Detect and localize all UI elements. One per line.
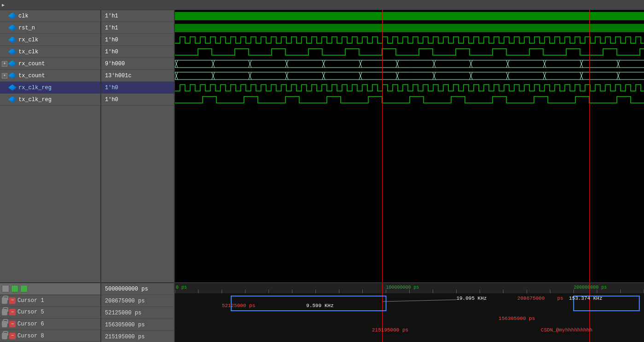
bottom-canvas <box>175 283 644 342</box>
remove-cursor-0[interactable]: − <box>9 297 16 304</box>
signal-name-rx_count: rx_count <box>18 61 60 67</box>
now-value-row: 5000000000 ps <box>101 283 174 295</box>
signal-icon-rst_n <box>8 25 17 31</box>
remove-cursor-1[interactable]: − <box>9 309 16 315</box>
cursor-row-3: −Cursor 8 <box>0 330 100 342</box>
signal-icon-tx_clk <box>8 49 17 55</box>
top-bar: ▶ <box>0 0 644 10</box>
cursor-row-2: −Cursor 6 <box>0 319 100 331</box>
value-row-tx_clk: 1'h0 <box>101 46 174 58</box>
signal-row-tx_clk[interactable]: tx_clk <box>0 46 100 58</box>
lock-icon-0 <box>2 297 7 304</box>
cursor-label-3: Cursor 8 <box>17 333 44 339</box>
nav-arrow: ▶ <box>2 2 5 8</box>
signal-row-rx_count[interactable]: +rx_count <box>0 58 100 70</box>
signal-name-tx_clk: tx_clk <box>18 49 60 55</box>
signal-icon-rx_count <box>8 61 17 67</box>
value-row-rst_n: 1'h1 <box>101 22 174 34</box>
cursor-value-0: 208675000 ps <box>101 295 174 307</box>
value-row-clk: 1'h1 <box>101 10 174 22</box>
signal-icon-rx_clk_reg <box>8 85 17 91</box>
lock-icon-1 <box>2 309 7 315</box>
signal-name-tx_count: tx_count <box>18 73 60 79</box>
cursor-row-0: −Cursor 1 <box>0 295 100 307</box>
cursor-value-panel: 5000000000 ps208675000 ps52125000 ps1563… <box>101 283 175 342</box>
expand-icon-tx_count[interactable]: + <box>2 73 7 79</box>
cursor-label-2: Cursor 6 <box>17 321 44 327</box>
cursor-value-1: 52125000 ps <box>101 307 174 319</box>
cursor-label-1: Cursor 5 <box>17 309 44 315</box>
signal-icon-rx_clk <box>8 37 17 43</box>
value-row-rx_count: 9'h000 <box>101 58 174 70</box>
status-bar <box>0 283 100 295</box>
remove-cursor-2[interactable]: − <box>9 321 16 327</box>
expand-icon-rx_count[interactable]: + <box>2 61 7 67</box>
cursor-label-0: Cursor 1 <box>17 297 44 304</box>
value-row-rx_clk_reg: 1'h0 <box>101 82 174 94</box>
signal-icon-clk <box>8 13 17 19</box>
lock-icon-3 <box>2 333 7 339</box>
signal-row-tx_clk_reg[interactable]: tx_clk_reg <box>0 94 100 106</box>
signal-row-rx_clk_reg[interactable]: rx_clk_reg <box>0 82 100 94</box>
waveform-area[interactable] <box>175 10 644 282</box>
signal-name-rst_n: rst_n <box>18 25 60 31</box>
value-row-rx_clk: 1'h0 <box>101 34 174 46</box>
value-row-tx_clk_reg: 1'h0 <box>101 94 174 106</box>
waveform-canvas <box>175 10 644 282</box>
signal-icon-tx_clk_reg <box>8 97 17 103</box>
signal-row-tx_count[interactable]: +tx_count <box>0 70 100 82</box>
cursor-value-3: 215195000 ps <box>101 331 174 342</box>
signal-name-clk: clk <box>18 13 60 19</box>
status-icon-2 <box>11 285 18 292</box>
cursor-panel: −Cursor 1−Cursor 5−Cursor 6−Cursor 8 <box>0 283 101 342</box>
main-content: clkrst_nrx_clktx_clk+rx_count+tx_countrx… <box>0 10 644 282</box>
signal-icon-tx_count <box>8 73 17 79</box>
value-panel: 1'h11'h11'h01'h09'h00013'h001c1'h01'h0 <box>101 10 175 282</box>
signal-name-tx_clk_reg: tx_clk_reg <box>18 97 60 103</box>
signal-row-rst_n[interactable]: rst_n <box>0 22 100 34</box>
now-value: 5000000000 ps <box>105 286 148 292</box>
signal-row-clk[interactable]: clk <box>0 10 100 22</box>
status-icon-1 <box>2 285 9 292</box>
cursor-waveform-area[interactable] <box>175 283 644 342</box>
status-icon-3 <box>20 285 28 292</box>
cursor-value-2: 156305000 ps <box>101 319 174 331</box>
cursor-row-1: −Cursor 5 <box>0 307 100 319</box>
value-row-tx_count: 13'h001c <box>101 70 174 82</box>
bottom-area: −Cursor 1−Cursor 5−Cursor 6−Cursor 8 500… <box>0 282 644 342</box>
lock-icon-2 <box>2 321 7 327</box>
signal-name-rx_clk: rx_clk <box>18 37 60 43</box>
signal-panel: clkrst_nrx_clktx_clk+rx_count+tx_countrx… <box>0 10 101 282</box>
signal-row-rx_clk[interactable]: rx_clk <box>0 34 100 46</box>
signal-name-rx_clk_reg: rx_clk_reg <box>18 85 60 91</box>
remove-cursor-3[interactable]: − <box>9 333 16 339</box>
